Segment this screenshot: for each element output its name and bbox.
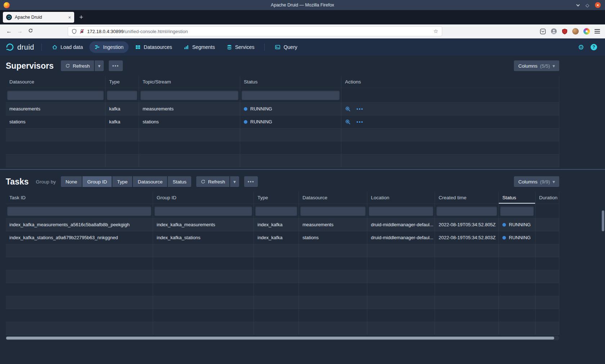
inspect-magnifier-icon[interactable] <box>345 106 351 112</box>
column-header-duration[interactable]: Duration <box>535 192 559 204</box>
tab-close-icon[interactable]: × <box>68 15 71 20</box>
task-status: RUNNING <box>499 218 535 231</box>
pocket-icon[interactable] <box>540 28 546 35</box>
empty-cell <box>6 128 106 141</box>
nav-services[interactable]: Services <box>221 41 260 53</box>
empty-cell <box>499 257 535 270</box>
column-header-topic[interactable]: Topic/Stream <box>139 76 240 88</box>
new-tab-button[interactable]: + <box>79 13 83 21</box>
tasks-refresh-caret[interactable]: ▾ <box>230 176 239 187</box>
close-button[interactable]: × <box>595 2 601 8</box>
column-header-type[interactable]: Type <box>106 76 139 88</box>
empty-cell <box>299 296 367 309</box>
reload-button[interactable] <box>25 28 36 35</box>
horizontal-scrollbar[interactable] <box>6 336 559 340</box>
menu-button[interactable] <box>595 29 600 33</box>
filter-topic-input[interactable] <box>140 91 238 100</box>
column-header-actions[interactable]: Actions <box>341 76 559 88</box>
empty-cell <box>6 244 153 257</box>
filter-location-input[interactable] <box>369 206 433 216</box>
tasks-more-button[interactable]: ••• <box>244 176 258 187</box>
help-icon[interactable]: ? <box>591 44 597 50</box>
status-dot <box>502 236 506 240</box>
column-header-group-id[interactable]: Group ID <box>153 192 254 204</box>
insecure-lock-icon[interactable] <box>80 29 84 34</box>
filter-datasource-input[interactable] <box>7 91 104 100</box>
column-header-type[interactable]: Type <box>254 192 299 204</box>
empty-cell <box>299 244 367 257</box>
tasks-columns-button[interactable]: Columns (9/9) ▾ <box>514 176 559 187</box>
vertical-scrollbar[interactable] <box>602 210 604 231</box>
filter-type-input[interactable] <box>107 91 137 100</box>
empty-cell <box>6 257 153 270</box>
forward-button[interactable]: → <box>14 28 25 35</box>
supervisors-refresh-caret[interactable]: ▾ <box>95 60 104 71</box>
group-by-status-button[interactable]: Status <box>168 176 191 187</box>
tasks-refresh-button[interactable]: Refresh <box>196 176 229 187</box>
column-header-location[interactable]: Location <box>367 192 435 204</box>
filter-status-input[interactable] <box>242 91 340 100</box>
nav-segments[interactable]: Segments <box>179 41 220 53</box>
filter-type-input[interactable] <box>255 206 297 216</box>
empty-cell <box>106 128 139 141</box>
settings-gear-icon[interactable]: ⚙ <box>578 43 584 51</box>
filter-cell <box>6 88 106 102</box>
account-icon[interactable] <box>551 28 557 35</box>
column-header-created-time[interactable]: Created time <box>435 192 499 204</box>
task-group-id: index_kafka_measurements <box>153 218 254 231</box>
minimize-button[interactable] <box>577 4 580 6</box>
druid-logo[interactable]: druid <box>5 42 34 52</box>
browser-tab[interactable]: Apache Druid × <box>3 12 74 23</box>
filter-datasource-input[interactable] <box>300 206 366 216</box>
nav-ingestion[interactable]: Ingestion <box>89 41 129 53</box>
task-row: index_kafka_stations_a9a679b22795b63_nnk… <box>6 231 559 244</box>
empty-cell <box>535 283 559 296</box>
empty-cell <box>367 283 435 296</box>
nav-load-data[interactable]: Load data <box>47 41 88 53</box>
filter-group-id-input[interactable] <box>154 206 252 216</box>
bookmark-star-icon[interactable]: ☆ <box>434 28 438 35</box>
supervisor-type: kafka <box>106 103 139 115</box>
group-by-buttons: None Group ID Type Datasource Status <box>61 176 191 187</box>
column-header-task-id[interactable]: Task ID <box>6 192 153 204</box>
column-header-status[interactable]: Status <box>499 192 535 204</box>
empty-cell <box>6 296 153 309</box>
refresh-label: Refresh <box>73 63 90 69</box>
filter-task-id-input[interactable] <box>7 206 151 216</box>
extension-pinwheel-icon[interactable] <box>583 28 590 35</box>
inspect-magnifier-icon[interactable] <box>345 119 351 125</box>
url-bar[interactable]: 172.18.0.4:30899/unified-console.html#in… <box>68 26 442 36</box>
row-more-icon[interactable]: ••• <box>357 119 364 124</box>
ublock-icon[interactable] <box>562 28 568 35</box>
maximize-button[interactable]: ◇ <box>586 3 589 8</box>
task-location: druid-middlemanager-defaul... <box>367 231 435 244</box>
group-by-none-button[interactable]: None <box>61 176 82 187</box>
row-more-icon[interactable]: ••• <box>357 106 364 112</box>
empty-row <box>6 296 559 309</box>
supervisor-status: RUNNING <box>240 115 341 128</box>
filter-cell <box>6 204 153 218</box>
column-header-datasource[interactable]: Datasource <box>6 76 106 88</box>
task-row: index_kafka_measurements_a5616c5ba8afb8b… <box>6 218 559 231</box>
filter-created-time-input[interactable] <box>436 206 497 216</box>
window-controls: ◇ × <box>577 2 605 8</box>
filter-status-input[interactable] <box>500 206 534 216</box>
column-header-status[interactable]: Status <box>240 76 341 88</box>
filter-cell <box>435 204 499 218</box>
supervisors-more-button[interactable]: ••• <box>109 60 123 71</box>
profile-avatar[interactable] <box>572 28 579 35</box>
supervisors-columns-button[interactable]: Columns (5/5) ▾ <box>514 60 559 71</box>
section-splitter[interactable] <box>0 167 605 172</box>
horizontal-scrollbar-thumb[interactable] <box>6 337 554 340</box>
shield-icon[interactable] <box>72 29 77 34</box>
back-button[interactable]: ← <box>4 28 14 35</box>
group-by-datasource-button[interactable]: Datasource <box>133 176 167 187</box>
group-by-type-button[interactable]: Type <box>112 176 132 187</box>
column-header-datasource[interactable]: Datasource <box>299 192 367 204</box>
nav-query[interactable]: Query <box>270 41 302 53</box>
group-by-group-id-button[interactable]: Group ID <box>82 176 112 187</box>
supervisors-refresh-button[interactable]: Refresh <box>61 60 94 71</box>
nav-datasources[interactable]: Datasources <box>130 41 177 53</box>
empty-row <box>6 244 559 257</box>
empty-cell <box>299 309 367 322</box>
